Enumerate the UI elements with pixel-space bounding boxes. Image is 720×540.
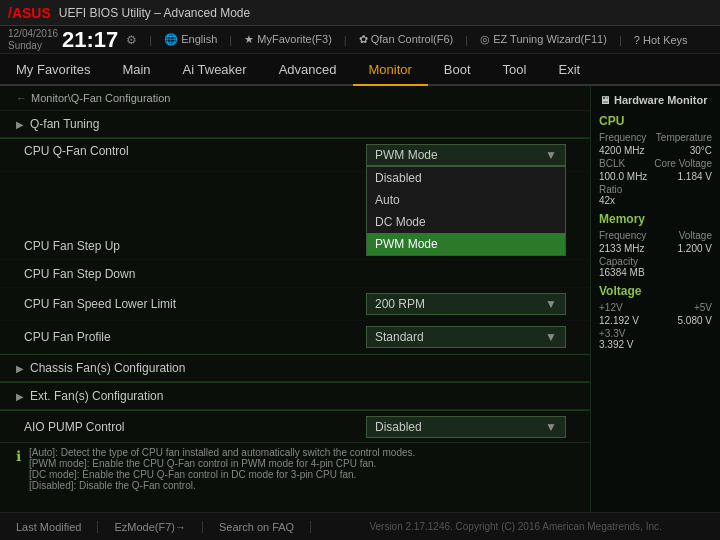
hw-cpu-bclk-value: 100.0 MHz: [599, 171, 647, 182]
language-button[interactable]: 🌐 English: [164, 33, 217, 46]
qfan-section-header[interactable]: ▶ Q-fan Tuning: [0, 111, 590, 138]
aio-pump-dropdown[interactable]: Disabled ▼: [366, 416, 566, 438]
hw-v33-value: 3.392 V: [599, 339, 712, 350]
aio-pump-value: Disabled: [375, 420, 422, 434]
toolbar: 12/04/2016 Sunday 21:17 ⚙ | 🌐 English | …: [0, 26, 720, 54]
right-panel: 🖥 Hardware Monitor CPU Frequency Tempera…: [590, 86, 720, 512]
nav-bar: My Favorites Main Ai Tweaker Advanced Mo…: [0, 54, 720, 86]
hw-mem-freq-val-row: 2133 MHz 1.200 V: [599, 243, 712, 254]
nav-my-favorites[interactable]: My Favorites: [0, 54, 106, 84]
aio-pump-btn[interactable]: Disabled ▼: [366, 416, 566, 438]
hw-cpu-bclk-label: BCLK: [599, 158, 625, 169]
expand-icon: ▶: [16, 119, 24, 130]
top-bar: /ASUS UEFI BIOS Utility – Advanced Mode: [0, 0, 720, 26]
cpu-speed-lower-btn[interactable]: 200 RPM ▼: [366, 293, 566, 315]
hw-mem-capacity-label: Capacity: [599, 256, 712, 267]
hw-cpu-temp-label: Temperature: [656, 132, 712, 143]
star-icon: ★: [244, 33, 254, 45]
ext-section-header[interactable]: ▶ Ext. Fan(s) Configuration: [0, 383, 590, 410]
cpu-qfan-dropdown-list: Disabled Auto DC Mode PWM Mode: [366, 166, 566, 256]
search-faq-button[interactable]: Search on FAQ: [203, 521, 311, 533]
hw-v12-row: +12V +5V: [599, 302, 712, 313]
ezmode-button[interactable]: EzMode(F7)→: [98, 521, 203, 533]
info-bar: ℹ [Auto]: Detect the type of CPU fan ins…: [0, 442, 590, 512]
dropdown-option-disabled[interactable]: Disabled: [367, 167, 565, 189]
hw-mem-freq-row: Frequency Voltage: [599, 230, 712, 241]
hw-cpu-ratio-value: 42x: [599, 195, 712, 206]
toolbar-time: 21:17: [62, 27, 118, 53]
hw-cpu-voltage-label: Core Voltage: [654, 158, 712, 169]
nav-monitor[interactable]: Monitor: [353, 54, 428, 86]
bottom-bar: Last Modified EzMode(F7)→ Search on FAQ …: [0, 512, 720, 540]
cpu-profile-row: CPU Fan Profile Standard ▼: [0, 321, 590, 354]
cpu-profile-btn[interactable]: Standard ▼: [366, 326, 566, 348]
hw-cpu-freq-val-row: 4200 MHz 30°C: [599, 145, 712, 156]
hw-cpu-freq-value: 4200 MHz: [599, 145, 645, 156]
copyright-text: Version 2.17.1246. Copyright (C) 2016 Am…: [311, 521, 720, 532]
hw-cpu-bclk-val-row: 100.0 MHz 1.184 V: [599, 171, 712, 182]
hw-cpu-bclk-row: BCLK Core Voltage: [599, 158, 712, 169]
nav-main[interactable]: Main: [106, 54, 166, 84]
tune-icon: ◎: [480, 33, 490, 45]
cpu-qfan-row: CPU Q-Fan Control PWM Mode ▼ Disabled Au…: [0, 139, 590, 172]
eztuning-button[interactable]: ◎ EZ Tuning Wizard(F11): [480, 33, 607, 46]
hw-v5-label: +5V: [694, 302, 712, 313]
hw-v12-label: +12V: [599, 302, 623, 313]
dropdown-option-dc[interactable]: DC Mode: [367, 211, 565, 233]
hw-cpu-freq-label: Frequency: [599, 132, 646, 143]
cpu-qfan-dropdown-btn[interactable]: PWM Mode ▼: [366, 144, 566, 166]
hw-monitor-title: 🖥 Hardware Monitor: [599, 94, 712, 106]
hw-v12-val-row: 12.192 V 5.080 V: [599, 315, 712, 326]
bios-title: UEFI BIOS Utility – Advanced Mode: [59, 6, 250, 20]
cpu-profile-label: CPU Fan Profile: [24, 330, 366, 344]
chassis-section-label: Chassis Fan(s) Configuration: [30, 361, 185, 375]
hw-mem-capacity-value: 16384 MB: [599, 267, 712, 278]
last-modified-button[interactable]: Last Modified: [0, 521, 98, 533]
hw-v12-value: 12.192 V: [599, 315, 639, 326]
hw-mem-voltage-value: 1.200 V: [678, 243, 712, 254]
left-panel: ← Monitor\Q-Fan Configuration ▶ Q-fan Tu…: [0, 86, 590, 512]
cpu-qfan-dropdown[interactable]: PWM Mode ▼ Disabled Auto DC Mode PWM Mod…: [366, 144, 566, 166]
dropdown-arrow-icon: ▼: [545, 148, 557, 162]
chassis-section-header[interactable]: ▶ Chassis Fan(s) Configuration: [0, 355, 590, 382]
breadcrumb: ← Monitor\Q-Fan Configuration: [0, 86, 590, 111]
hw-mem-freq-value: 2133 MHz: [599, 243, 645, 254]
asus-logo: /ASUS: [8, 5, 51, 21]
cpu-profile-dropdown[interactable]: Standard ▼: [366, 326, 566, 348]
nav-exit[interactable]: Exit: [542, 54, 596, 84]
hw-cpu-temp-value: 30°C: [690, 145, 712, 156]
hw-voltage-title: Voltage: [599, 284, 712, 298]
hw-cpu-ratio-label: Ratio: [599, 184, 712, 195]
qfan-button[interactable]: ✿ Qfan Control(F6): [359, 33, 454, 46]
hw-memory-title: Memory: [599, 212, 712, 226]
hw-mem-freq-label: Frequency: [599, 230, 646, 241]
hw-cpu-voltage-value: 1.184 V: [678, 171, 712, 182]
hw-cpu-freq-row: Frequency Temperature: [599, 132, 712, 143]
aio-pump-label: AIO PUMP Control: [24, 420, 366, 434]
nav-ai-tweaker[interactable]: Ai Tweaker: [167, 54, 263, 84]
ext-expand-icon: ▶: [16, 391, 24, 402]
dropdown-option-pwm[interactable]: PWM Mode: [367, 233, 565, 255]
monitor-icon: 🖥: [599, 94, 610, 106]
dropdown-arrow-profile-icon: ▼: [545, 330, 557, 344]
nav-advanced[interactable]: Advanced: [263, 54, 353, 84]
aio-pump-row: AIO PUMP Control Disabled ▼: [0, 411, 590, 444]
hotkeys-button[interactable]: ? Hot Keys: [634, 34, 688, 46]
chassis-expand-icon: ▶: [16, 363, 24, 374]
back-arrow-icon[interactable]: ←: [16, 92, 27, 104]
ext-section-label: Ext. Fan(s) Configuration: [30, 389, 163, 403]
myfavorite-button[interactable]: ★ MyFavorite(F3): [244, 33, 332, 46]
dropdown-arrow-speed-icon: ▼: [545, 297, 557, 311]
info-text: [Auto]: Detect the type of CPU fan insta…: [29, 447, 415, 491]
main-layout: ← Monitor\Q-Fan Configuration ▶ Q-fan Tu…: [0, 86, 720, 512]
settings-icon[interactable]: ⚙: [126, 33, 137, 47]
hw-v33-label: +3.3V: [599, 328, 712, 339]
hw-mem-voltage-label: Voltage: [679, 230, 712, 241]
dropdown-option-auto[interactable]: Auto: [367, 189, 565, 211]
cpu-profile-value: Standard: [375, 330, 424, 344]
cpu-speed-lower-dropdown[interactable]: 200 RPM ▼: [366, 293, 566, 315]
nav-boot[interactable]: Boot: [428, 54, 487, 84]
qfan-section-label: Q-fan Tuning: [30, 117, 99, 131]
dropdown-arrow-aio-icon: ▼: [545, 420, 557, 434]
nav-tool[interactable]: Tool: [487, 54, 543, 84]
